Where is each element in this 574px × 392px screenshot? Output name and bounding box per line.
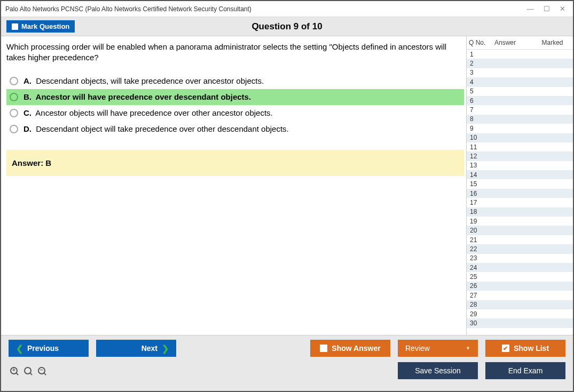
show-list-label: Show List (514, 344, 549, 353)
col-header-answer: Answer (494, 39, 532, 46)
list-item[interactable]: 8 (467, 115, 573, 124)
options-list: A. Descendant objects, will take precede… (6, 73, 464, 137)
titlebar: Palo Alto Networks PCNSC (Palo Alto Netw… (1, 1, 573, 17)
option-text: C. Ancestor objects will have precedence… (23, 108, 273, 117)
end-exam-button[interactable]: End Exam (485, 362, 565, 379)
question-counter: Question 9 of 10 (251, 21, 322, 32)
zoom-out-icon[interactable]: − (36, 365, 47, 376)
zoom-reset-icon[interactable] (22, 365, 33, 376)
list-item[interactable]: 13 (467, 161, 573, 170)
option-b[interactable]: B. Ancestor will have precedence over de… (6, 89, 464, 105)
radio-icon (10, 77, 18, 85)
list-item[interactable]: 14 (467, 170, 573, 179)
maximize-icon[interactable]: ☐ (544, 5, 550, 13)
question-panel: Which processing order will be enabled w… (1, 36, 466, 335)
question-text: Which processing order will be enabled w… (6, 42, 464, 63)
question-list[interactable]: 1234567891011121314151617181920212223242… (467, 49, 573, 335)
mark-question-label: Mark Question (21, 22, 69, 30)
list-item[interactable]: 9 (467, 124, 573, 133)
chevron-down-icon: ▼ (466, 346, 470, 351)
list-item[interactable]: 6 (467, 96, 573, 105)
save-session-label: Save Session (415, 366, 461, 375)
list-item[interactable]: 12 (467, 151, 573, 161)
list-item[interactable]: 19 (467, 217, 573, 226)
chevron-left-icon: ❮ (16, 343, 23, 354)
radio-icon (10, 125, 18, 133)
content-area: Which processing order will be enabled w… (1, 36, 573, 335)
list-item[interactable]: 22 (467, 244, 573, 253)
list-item[interactable]: 26 (467, 282, 573, 291)
list-item[interactable]: 29 (467, 309, 573, 318)
list-item[interactable]: 17 (467, 198, 573, 207)
list-item[interactable]: 20 (467, 226, 573, 235)
list-item[interactable]: 1 (467, 50, 573, 59)
radio-icon (10, 93, 18, 101)
list-item[interactable]: 11 (467, 142, 573, 151)
list-item[interactable]: 24 (467, 263, 573, 272)
next-button[interactable]: Next ❯ (96, 340, 176, 357)
show-answer-button[interactable]: Show Answer (310, 340, 390, 357)
answer-box: Answer: B (6, 150, 464, 176)
zoom-in-icon[interactable]: + (9, 365, 19, 376)
review-label: Review (405, 344, 430, 353)
list-item[interactable]: 2 (467, 59, 573, 68)
previous-label: Previous (27, 344, 59, 353)
list-item[interactable]: 15 (467, 179, 573, 188)
chevron-right-icon: ❯ (162, 343, 169, 354)
checkbox-icon (320, 345, 327, 352)
option-c[interactable]: C. Ancestor objects will have precedence… (6, 105, 464, 121)
option-text: D. Descendant object will take precedenc… (23, 124, 289, 133)
col-header-marked: Marked (532, 39, 573, 46)
list-item[interactable]: 30 (467, 318, 573, 327)
review-button[interactable]: Review ▼ (398, 340, 478, 357)
list-item[interactable]: 4 (467, 77, 573, 86)
checked-icon: ✔ (502, 345, 509, 352)
option-d[interactable]: D. Descendant object will take precedenc… (6, 121, 464, 137)
next-label: Next (141, 344, 158, 353)
zoom-controls: + − (9, 365, 47, 376)
list-item[interactable]: 10 (467, 133, 573, 142)
list-item[interactable]: 3 (467, 68, 573, 77)
list-item[interactable]: 25 (467, 272, 573, 281)
close-icon[interactable]: ✕ (560, 5, 565, 13)
col-header-qno: Q No. (469, 39, 494, 46)
end-exam-label: End Exam (508, 366, 543, 375)
option-a[interactable]: A. Descendant objects, will take precede… (6, 73, 464, 89)
header-bar: Mark Question Question 9 of 10 (1, 17, 573, 36)
window-controls: — ☐ ✕ (527, 5, 569, 13)
list-item[interactable]: 23 (467, 254, 573, 263)
list-item[interactable]: 21 (467, 235, 573, 244)
mark-question-button[interactable]: Mark Question (6, 20, 75, 33)
option-text: A. Descendant objects, will take precede… (23, 76, 264, 85)
question-list-panel: Q No. Answer Marked 12345678910111213141… (466, 36, 573, 335)
list-item[interactable]: 16 (467, 189, 573, 198)
previous-button[interactable]: ❮ Previous (9, 340, 89, 357)
footer-bar: ❮ Previous Next ❯ Show Answer Review ▼ ✔… (1, 335, 573, 391)
show-answer-label: Show Answer (332, 344, 380, 353)
window-title: Palo Alto Networks PCNSC (Palo Alto Netw… (5, 5, 251, 13)
option-text: B. Ancestor will have precedence over de… (23, 92, 251, 101)
list-item[interactable]: 28 (467, 300, 573, 309)
list-item[interactable]: 7 (467, 105, 573, 114)
save-session-button[interactable]: Save Session (398, 362, 478, 379)
checkbox-icon (12, 23, 18, 30)
list-item[interactable]: 5 (467, 87, 573, 96)
show-list-button[interactable]: ✔ Show List (485, 340, 565, 357)
minimize-icon[interactable]: — (527, 5, 534, 13)
question-list-header: Q No. Answer Marked (467, 36, 573, 49)
list-item[interactable]: 27 (467, 291, 573, 300)
list-item[interactable]: 18 (467, 207, 573, 217)
radio-icon (10, 109, 18, 117)
